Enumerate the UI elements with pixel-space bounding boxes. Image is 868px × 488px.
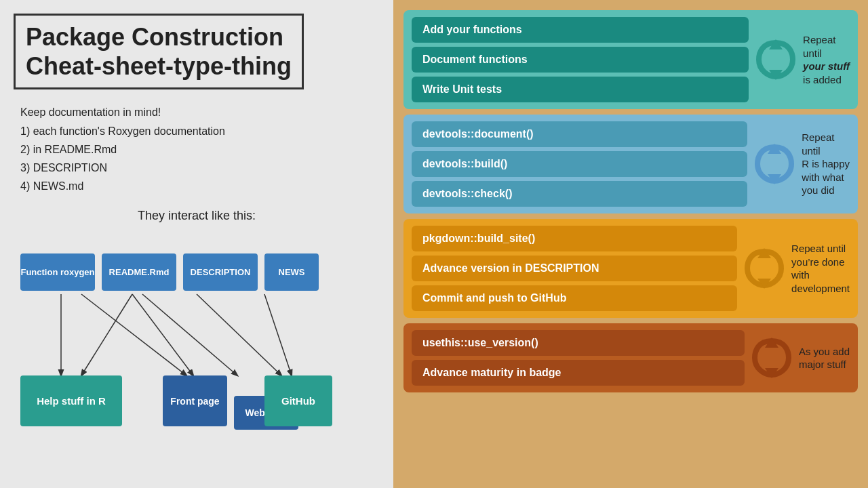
commit-push-btn[interactable]: Commit and push to GitHub [412,285,737,311]
advance-maturity-btn[interactable]: Advance maturity in badge [412,360,745,386]
description-box: DESCRIPTION [183,253,258,291]
diagram-area: Function roxygen README.Rmd DESCRIPTION … [14,233,380,450]
github-box: GitHub [264,375,332,426]
repeat-label-blue: Repeat until R is happy with what you di… [802,131,850,197]
interact-label: They interact like this: [14,209,380,223]
doc-notes: Keep documentation in mind! 1) each func… [14,103,380,195]
svg-line-6 [81,294,186,375]
document-functions-btn[interactable]: Document functions [412,47,749,73]
repeat-arrow-blue [754,144,795,184]
repeat-label-orange: Repeat until you’re done with developmen… [791,242,850,295]
write-unit-tests-btn[interactable]: Write Unit tests [412,77,749,102]
devtools-build-btn[interactable]: devtools::build() [412,151,747,177]
left-panel: Package Construction Cheat-sheet-type-th… [0,0,393,488]
pkgdown-build-btn[interactable]: pkgdown::build_site() [412,226,737,251]
section-orange: pkgdown::build_site() Advance version in… [403,219,858,318]
add-functions-btn[interactable]: Add your functions [412,17,749,43]
page-title: Package Construction Cheat-sheet-type-th… [26,22,292,81]
section-brown: usethis::use_version() Advance maturity … [403,323,858,392]
repeat-arrow-orange [744,248,785,289]
section-teal: Add your functions Document functions Wr… [403,10,858,109]
repeat-arrow-brown [751,338,792,378]
svg-line-5 [142,294,237,375]
section-blue: devtools::document() devtools::build() d… [403,115,858,214]
svg-line-1 [81,294,132,375]
title-box: Package Construction Cheat-sheet-type-th… [14,14,304,89]
section-blue-content: devtools::document() devtools::build() d… [412,121,747,207]
repeat-label-brown: As you add major stuff [799,345,850,371]
devtools-document-btn[interactable]: devtools::document() [412,121,747,147]
help-stuff-box: Help stuff in R [20,375,122,426]
repeat-label-teal: Repeat until your stuff is added [803,33,850,86]
function-roxygen-box: Function roxygen [20,253,95,291]
section-teal-content: Add your functions Document functions Wr… [412,17,749,102]
front-page-box: Front page [163,375,227,426]
right-inner: Add your functions Document functions Wr… [403,10,858,478]
repeat-arrow-teal [755,39,796,80]
news-box: NEWS [264,253,319,291]
right-panel: Add your functions Document functions Wr… [393,0,868,488]
section-brown-content: usethis::use_version() Advance maturity … [412,330,745,386]
usethis-version-btn[interactable]: usethis::use_version() [412,330,745,356]
svg-line-4 [132,294,193,375]
devtools-check-btn[interactable]: devtools::check() [412,181,747,207]
readme-box: README.Rmd [102,253,176,291]
advance-version-btn[interactable]: Advance version in DESCRIPTION [412,256,737,281]
section-orange-content: pkgdown::build_site() Advance version in… [412,226,737,311]
